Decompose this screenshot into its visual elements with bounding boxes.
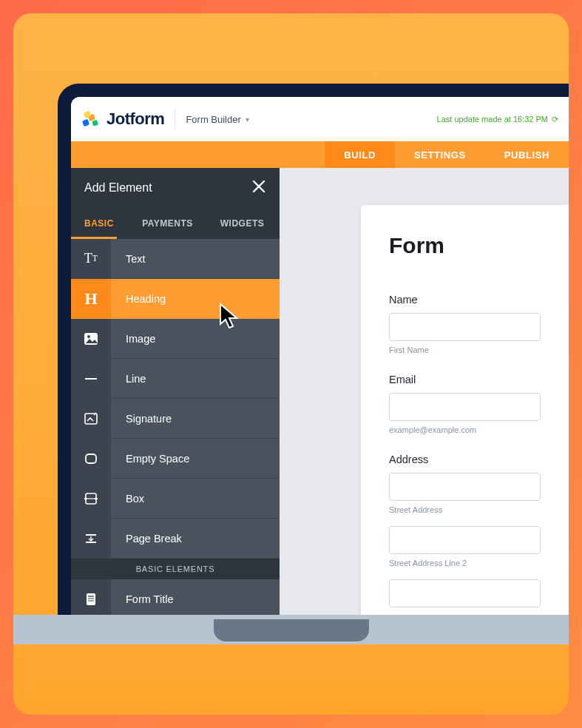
sidebar-title: Add Element: [84, 181, 152, 195]
address-hint2: Street Address Line 2: [389, 559, 541, 567]
empty-space-icon: [71, 439, 111, 478]
close-icon[interactable]: [251, 179, 266, 197]
image-icon: [71, 319, 111, 358]
name-hint: First Name: [389, 346, 541, 354]
signature-icon: [71, 399, 111, 438]
svg-rect-15: [87, 593, 95, 605]
text-icon: TT: [71, 239, 111, 278]
device-base: [13, 615, 569, 644]
address-hint1: Street Address: [389, 505, 541, 514]
chevron-down-icon: ▾: [246, 115, 249, 124]
heading-icon: H: [71, 279, 111, 318]
main-tabs: BUILD SETTINGS PUBLISH: [71, 141, 569, 168]
email-input[interactable]: [389, 393, 541, 421]
street-address-2-input[interactable]: [389, 526, 541, 554]
email-hint: example@example.com: [389, 425, 541, 434]
sidebar-tab-payments[interactable]: PAYMENTS: [130, 208, 205, 239]
refresh-icon: ⟳: [552, 115, 558, 124]
element-form-title[interactable]: Form Title: [71, 579, 280, 619]
svg-rect-8: [86, 454, 96, 463]
svg-rect-3: [92, 120, 98, 127]
brand-name: Jotform: [106, 109, 164, 129]
line-icon: [71, 359, 111, 398]
tab-settings[interactable]: SETTINGS: [395, 141, 485, 168]
element-signature[interactable]: Signature: [71, 399, 280, 439]
svg-rect-0: [82, 119, 89, 127]
first-name-input[interactable]: [389, 313, 541, 341]
box-icon: [71, 479, 111, 518]
pencil-icon: [81, 109, 101, 129]
element-text[interactable]: TT Text: [71, 239, 280, 279]
brand-logo[interactable]: Jotform: [81, 109, 164, 129]
divider: [175, 109, 175, 129]
address-extra-input[interactable]: [389, 579, 541, 607]
breadcrumb[interactable]: Form Builder ▾: [186, 114, 248, 125]
svg-point-5: [87, 335, 90, 338]
element-empty-space[interactable]: Empty Space: [71, 439, 280, 479]
save-status: Last update made at 16:32 PM ⟳: [437, 115, 558, 124]
element-line[interactable]: Line: [71, 359, 280, 399]
form-card[interactable]: Form Name First Name Email example@examp…: [361, 205, 569, 644]
page-break-icon: [71, 519, 111, 558]
sidebar-tab-basic[interactable]: BASIC: [71, 208, 130, 239]
element-page-break[interactable]: Page Break: [71, 519, 280, 559]
street-address-input[interactable]: [389, 473, 541, 501]
form-canvas: Form Name First Name Email example@examp…: [280, 168, 569, 644]
form-title-icon: [71, 579, 111, 619]
sidebar-tab-widgets[interactable]: WIDGETS: [205, 208, 280, 239]
element-image[interactable]: Image: [71, 319, 280, 359]
element-heading[interactable]: H Heading: [71, 279, 280, 319]
section-label: BASIC ELEMENTS: [71, 559, 280, 579]
name-label: Name: [389, 294, 541, 306]
address-label: Address: [389, 454, 541, 465]
page-name: Form Builder: [186, 114, 240, 125]
tab-build[interactable]: BUILD: [325, 141, 395, 168]
elements-sidebar: Add Element BASIC PAYMENTS WIDGETS TT: [71, 168, 280, 644]
tab-publish[interactable]: PUBLISH: [485, 141, 569, 168]
email-label: Email: [389, 374, 541, 385]
form-title: Form: [389, 233, 541, 258]
element-box[interactable]: Box: [71, 479, 280, 519]
